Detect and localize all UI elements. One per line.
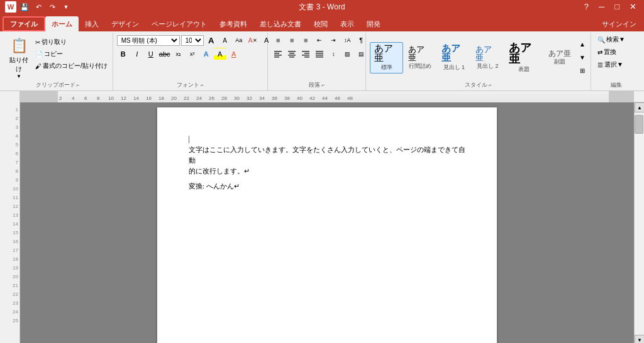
copy-label: コピー [44, 50, 63, 58]
paste-dropdown[interactable]: ▼ [16, 74, 21, 79]
font-size-select[interactable]: 10.5 [181, 35, 204, 46]
paste-btn[interactable]: 📋 貼り付け ▼ [6, 34, 31, 81]
shading-btn[interactable]: ▨ [341, 48, 353, 60]
subscript-btn[interactable]: x₂ [172, 48, 185, 60]
styles-scroll-down-btn[interactable]: ▼ [578, 52, 587, 64]
text-effect-btn[interactable]: A [200, 48, 213, 60]
style-standard[interactable]: あア亜 標準 [370, 42, 403, 74]
format-copy-btn[interactable]: 🖌 書式のコピー/貼り付け [33, 60, 110, 72]
highlight-btn[interactable]: A [214, 48, 226, 60]
bullets-btn[interactable]: ≡ [272, 34, 284, 46]
restore-btn[interactable]: □ [612, 0, 622, 14]
multilevel-btn[interactable]: ≡ [299, 34, 312, 46]
font-footer: フォント ⌐ [117, 81, 264, 90]
clipboard-expand-icon[interactable]: ⌐ [77, 82, 80, 88]
svg-rect-15 [316, 57, 323, 58]
font-grow-btn[interactable]: A [205, 34, 218, 46]
scroll-up-btn[interactable]: ▲ [635, 102, 644, 112]
cut-label: 切り取り [42, 38, 67, 46]
tab-design[interactable]: デザイン [105, 16, 145, 31]
line-spacing-btn[interactable]: ↕ [327, 48, 340, 60]
cursor-indicator [189, 136, 189, 143]
align-center-btn[interactable] [286, 48, 298, 60]
numbering-btn[interactable]: ≡ [286, 34, 298, 46]
styles-row: あア亜 標準 あア亜 行間詰め あア亜 見出し 1 あア亜 見出し 2 あア亜 [370, 38, 587, 77]
cut-btn[interactable]: ✂ 切り取り [33, 36, 110, 48]
line-num-5: 5 [16, 140, 18, 149]
justify-btn[interactable] [313, 48, 326, 60]
svg-rect-13 [316, 53, 323, 54]
page[interactable]: 文字はここに入力していきます。文字をたくさん入力していくと、ページの端まできて自… [157, 107, 497, 343]
search-btn[interactable]: 🔍 検索▼ [595, 34, 638, 45]
editing-footer: 編集 [595, 81, 638, 90]
bold-btn[interactable]: B [117, 48, 130, 60]
customize-quick-btn[interactable]: ▼ [60, 1, 72, 13]
decrease-indent-btn[interactable]: ⇤ [313, 34, 326, 46]
align-right-btn[interactable] [299, 48, 312, 60]
style-compact-label: 行間詰め [409, 62, 431, 70]
para-expand-icon[interactable]: ⌐ [321, 82, 325, 88]
doc-paragraph-2[interactable]: 的に改行します。↵ [189, 166, 465, 177]
border-btn[interactable]: ▤ [355, 48, 367, 60]
minimize-btn[interactable]: ─ [596, 0, 607, 14]
superscript-btn[interactable]: x² [186, 48, 199, 60]
font-case-btn[interactable]: Aa [233, 34, 245, 46]
help-btn[interactable]: ? [582, 0, 591, 14]
italic-btn[interactable]: I [131, 48, 143, 60]
increase-indent-btn[interactable]: ⇥ [327, 34, 340, 46]
font-clear-btn[interactable]: A✕ [247, 34, 259, 46]
document-scroll-area[interactable]: 文字はここに入力していきます。文字をたくさん入力していくと、ページの端まできて自… [20, 102, 634, 343]
sort-btn[interactable]: ↕A [341, 34, 353, 46]
tab-references[interactable]: 参考資料 [213, 16, 253, 31]
style-title[interactable]: あア亜 表題 [504, 40, 543, 75]
scroll-track[interactable] [635, 112, 644, 335]
line-num-14: 14 [13, 219, 18, 228]
styles-scroll-up-btn[interactable]: ▲ [578, 38, 587, 51]
scroll-thumb[interactable] [635, 115, 643, 134]
svg-rect-6 [288, 55, 296, 56]
style-heading1-label: 見出し 1 [443, 63, 465, 72]
tab-developer[interactable]: 開発 [360, 16, 387, 31]
doc-paragraph-4[interactable]: 変換: へんかん↵ [189, 182, 465, 192]
tab-page-layout[interactable]: ページレイアウト [145, 16, 213, 31]
select-btn[interactable]: ☰ 選択▼ [595, 59, 638, 70]
align-left-btn[interactable] [272, 48, 284, 60]
styles-expand-btn[interactable]: ⊞ [578, 65, 587, 77]
replace-icon: ⇄ [597, 49, 602, 56]
tab-view[interactable]: 表示 [334, 16, 360, 31]
font-expand-icon[interactable]: ⌐ [201, 82, 204, 88]
style-subtitle[interactable]: あア亜 副題 [543, 48, 576, 68]
tab-mailings[interactable]: 差し込み文書 [253, 16, 308, 31]
style-heading1[interactable]: あア亜 見出し 1 [437, 42, 470, 74]
show-marks-btn[interactable]: ¶ [355, 34, 367, 46]
tab-file[interactable]: ファイル [3, 16, 45, 31]
document-content[interactable]: 文字はここに入力していきます。文字をたくさん入力していくと、ページの端まできて自… [189, 145, 465, 192]
doc-paragraph-1[interactable]: 文字はここに入力していきます。文字をたくさん入力していくと、ページの端まできて自… [189, 145, 465, 166]
word-icon: W [5, 1, 16, 13]
tab-insert[interactable]: 挿入 [79, 16, 105, 31]
close-btn[interactable]: ✕ [627, 0, 639, 14]
undo-quick-btn[interactable]: ↶ [33, 1, 44, 13]
svg-rect-5 [289, 53, 294, 54]
redo-quick-btn[interactable]: ↷ [47, 1, 58, 13]
svg-rect-11 [304, 57, 309, 58]
ribbon-body: 📋 貼り付け ▼ ✂ 切り取り 📄 コピー 🖌 書式のコピー/貼 [0, 31, 644, 91]
font-color-btn[interactable]: A [228, 48, 240, 60]
copy-btn[interactable]: 📄 コピー [33, 48, 110, 60]
tab-home[interactable]: ホーム [45, 16, 79, 31]
strikethrough-btn[interactable]: abc [158, 48, 171, 60]
sign-in-btn[interactable]: サインイン [597, 17, 641, 31]
font-name-select[interactable]: MS 明朝 (本) [117, 35, 180, 46]
tab-review[interactable]: 校閲 [308, 16, 334, 31]
style-compact[interactable]: あア亜 行間詰め [404, 43, 436, 72]
save-quick-btn[interactable]: 💾 [19, 1, 30, 13]
style-heading2-label: 見出し 2 [477, 62, 499, 70]
style-compact-preview: あア亜 [408, 45, 432, 62]
line-num-6: 6 [16, 149, 18, 158]
scroll-down-btn[interactable]: ▼ [635, 335, 644, 343]
underline-btn[interactable]: U [145, 48, 157, 60]
replace-btn[interactable]: ⇄ 置換 [595, 46, 638, 58]
styles-expand-icon[interactable]: ⌐ [489, 82, 492, 88]
style-heading2[interactable]: あア亜 見出し 2 [471, 43, 504, 72]
font-shrink-btn[interactable]: A [219, 34, 231, 46]
